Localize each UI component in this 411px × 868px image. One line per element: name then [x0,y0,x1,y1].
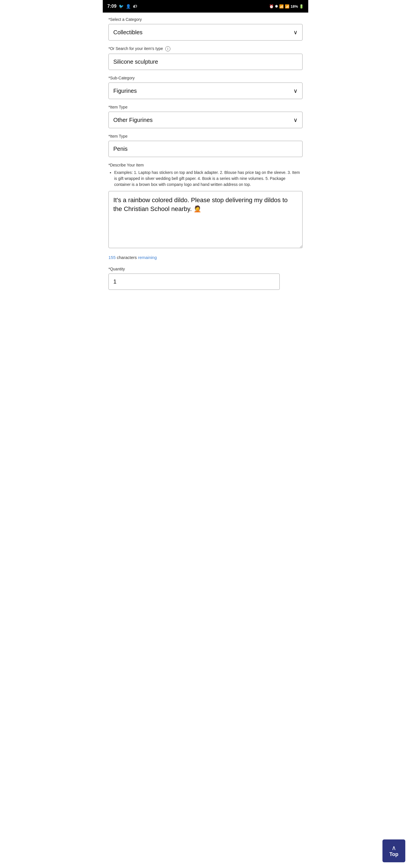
category-value: Collectibles [113,29,143,36]
quantity-group: *Quantity [108,267,303,290]
info-icon[interactable]: i [165,46,170,52]
user-icon: 👤 [126,4,131,8]
description-group: *Describe Your Item Examples: 1. Laptop … [108,163,303,249]
item-type-2-label: *Item Type [108,134,303,138]
chevron-down-icon-3: ∨ [293,117,298,123]
quantity-label: *Quantity [108,267,303,271]
item-type-1-group: *Item Type Other Figurines ∨ [108,105,303,128]
item-type-1-value: Other Figurines [113,117,153,123]
battery-level: 18% [290,4,298,8]
subcategory-group: *Sub-Category Figurines ∨ [108,76,303,99]
main-content: *Select a Category Collectibles ∨ *Or Se… [103,12,308,324]
chevron-down-icon-2: ∨ [293,87,298,94]
examples-list: Examples: 1. Laptop has stickers on top … [108,169,303,188]
category-select[interactable]: Collectibles ∨ [108,24,303,40]
item-type-1-label: *Item Type [108,105,303,110]
description-textarea[interactable] [108,191,303,248]
search-input[interactable] [108,54,303,70]
item-type-1-select[interactable]: Other Figurines ∨ [108,112,303,128]
subcategory-value: Figurines [113,88,137,94]
search-label: *Or Search for your item's type i [108,46,303,52]
status-bar: 7:09 🐦 👤 🏷 ⏰ ✱ 📶 📶 18% 🔋 [103,0,308,12]
search-group: *Or Search for your item's type i [108,46,303,70]
chars-label: characters [117,255,137,260]
facebook-icon: 🐦 [119,4,124,8]
item-type-2-group: *Item Type [108,134,303,157]
category-group: *Select a Category Collectibles ∨ [108,17,303,40]
alarm-icon: ⏰ [269,4,274,8]
status-right: ⏰ ✱ 📶 📶 18% 🔋 [269,4,304,8]
item-type-2-input[interactable] [108,141,303,157]
payment-icon: 🏷 [133,4,137,8]
description-label: *Describe Your Item [108,163,303,167]
subcategory-label: *Sub-Category [108,76,303,80]
chevron-down-icon: ∨ [293,29,298,36]
example-item: Examples: 1. Laptop has stickers on top … [114,169,303,188]
bluetooth-icon: ✱ [275,4,278,8]
wifi-icon: 📶 [279,4,284,8]
remaining-word: remaining [138,255,157,260]
status-left: 7:09 🐦 👤 🏷 [107,4,137,9]
status-time: 7:09 [107,4,117,9]
chars-count: 155 [108,255,116,260]
subcategory-select[interactable]: Figurines ∨ [108,83,303,99]
quantity-input[interactable] [108,274,280,290]
signal-icon: 📶 [285,4,289,8]
quantity-row [108,274,303,290]
battery-icon: 🔋 [299,4,304,8]
chars-remaining: 155 characters remaining [108,255,303,260]
category-label: *Select a Category [108,17,303,22]
